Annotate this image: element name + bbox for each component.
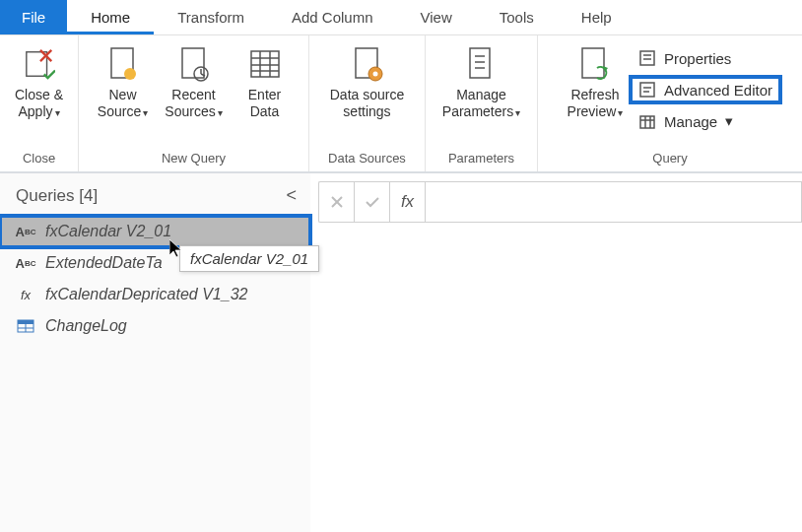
- queries-panel: Queries [4] < ABC fxCalendar V2_01 fxCal…: [0, 173, 310, 532]
- svg-rect-18: [470, 48, 490, 78]
- manage-button[interactable]: Manage ▾: [631, 108, 780, 134]
- group-parameters-label: Parameters: [448, 147, 514, 167]
- ribbon-tabs: File Home Transform Add Column View Tool…: [0, 0, 802, 35]
- svg-rect-27: [640, 83, 654, 97]
- group-data-sources-label: Data Sources: [328, 147, 406, 167]
- group-close: Close & Apply▾ Close: [0, 35, 79, 171]
- collapse-icon[interactable]: <: [286, 185, 297, 206]
- formula-fx-button[interactable]: fx: [389, 181, 425, 223]
- content-area: Queries [4] < ABC fxCalendar V2_01 fxCal…: [0, 173, 802, 532]
- data-source-settings-label: Data source settings: [330, 87, 404, 120]
- data-source-settings-button[interactable]: Data source settings: [318, 41, 417, 120]
- svg-rect-9: [251, 51, 279, 77]
- manage-parameters-label: Manage Parameters▾: [442, 87, 520, 120]
- formula-commit-button[interactable]: [354, 181, 389, 223]
- enter-data-label: Enter Data: [248, 87, 281, 120]
- close-apply-button[interactable]: Close & Apply▾: [4, 41, 75, 120]
- group-new-query-label: New Query: [162, 147, 226, 167]
- formula-input[interactable]: [425, 181, 802, 223]
- refresh-preview-icon: [579, 45, 611, 83]
- recent-sources-label: Recent Sources▾: [165, 87, 222, 120]
- query-name: fxCalendarDepricated V1_32: [45, 286, 247, 303]
- advanced-editor-label: Advanced Editor: [664, 82, 772, 99]
- group-new-query: New Source▾ Recent Sources▾: [79, 35, 309, 171]
- function-icon: fx: [16, 285, 35, 304]
- group-data-sources: Data source settings Data Sources: [309, 35, 426, 171]
- svg-rect-24: [640, 51, 654, 65]
- query-name: ExtendedDateTa: [45, 254, 163, 272]
- formula-bar: fx: [318, 181, 802, 223]
- check-icon: [365, 195, 380, 209]
- advanced-editor-button[interactable]: Advanced Editor: [631, 77, 780, 102]
- properties-button[interactable]: Properties: [631, 45, 780, 71]
- tab-home[interactable]: Home: [67, 0, 154, 34]
- data-source-settings-icon: [352, 45, 383, 83]
- table-icon: [16, 316, 35, 336]
- tab-add-column[interactable]: Add Column: [268, 0, 397, 34]
- manage-icon: [638, 112, 656, 130]
- query-name: ChangeLog: [45, 317, 127, 335]
- new-source-button[interactable]: New Source▾: [88, 41, 159, 120]
- tab-transform[interactable]: Transform: [154, 0, 268, 34]
- enter-data-button[interactable]: Enter Data: [230, 41, 301, 120]
- query-item-changelog[interactable]: ChangeLog: [0, 310, 310, 342]
- query-item-fxcalendar[interactable]: ABC fxCalendar V2_01 fxCalendar V2_01: [0, 216, 310, 247]
- query-item-fxcalendardepricated[interactable]: fx fxCalendarDepricated V1_32: [0, 279, 310, 310]
- tab-view[interactable]: View: [397, 0, 476, 34]
- tab-file[interactable]: File: [0, 0, 67, 34]
- refresh-preview-button[interactable]: Refresh Preview▾: [560, 41, 631, 120]
- chevron-down-icon: ▾: [725, 112, 733, 130]
- close-icon: [330, 195, 344, 209]
- group-query-label: Query: [652, 147, 687, 167]
- tab-tools[interactable]: Tools: [476, 0, 558, 34]
- svg-point-17: [372, 72, 377, 77]
- main-area: fx: [310, 173, 802, 532]
- close-apply-icon: [24, 45, 55, 83]
- tab-help[interactable]: Help: [558, 0, 635, 34]
- group-parameters: Manage Parameters▾ Parameters: [426, 35, 538, 171]
- new-source-icon: [107, 45, 139, 83]
- manage-parameters-icon: [466, 45, 498, 83]
- manage-parameters-button[interactable]: Manage Parameters▾: [433, 41, 531, 120]
- svg-rect-0: [26, 52, 46, 76]
- recent-sources-button[interactable]: Recent Sources▾: [159, 41, 230, 120]
- manage-label: Manage: [664, 113, 717, 130]
- queries-title: Queries [4]: [16, 186, 98, 206]
- advanced-editor-icon: [638, 81, 656, 99]
- new-source-label: New Source▾: [98, 87, 148, 120]
- enter-data-icon: [249, 45, 281, 83]
- properties-icon: [638, 49, 656, 67]
- svg-point-4: [124, 68, 136, 80]
- formula-cancel-button[interactable]: [318, 181, 354, 223]
- group-query: Refresh Preview▾ Properties Advanced Edi…: [538, 35, 802, 171]
- ribbon-body: Close & Apply▾ Close New Source▾: [0, 35, 802, 173]
- properties-label: Properties: [664, 50, 731, 67]
- tooltip: fxCalendar V2_01: [179, 245, 319, 272]
- close-apply-label: Close & Apply▾: [15, 87, 63, 120]
- text-type-icon: ABC: [16, 222, 35, 241]
- query-name: fxCalendar V2_01: [45, 223, 171, 240]
- svg-rect-30: [640, 116, 654, 128]
- text-type-icon: ABC: [16, 253, 35, 273]
- refresh-preview-label: Refresh Preview▾: [568, 87, 624, 120]
- recent-sources-icon: [178, 45, 210, 83]
- queries-header: Queries [4] <: [0, 181, 310, 216]
- svg-rect-22: [582, 48, 604, 78]
- group-close-label: Close: [23, 147, 55, 167]
